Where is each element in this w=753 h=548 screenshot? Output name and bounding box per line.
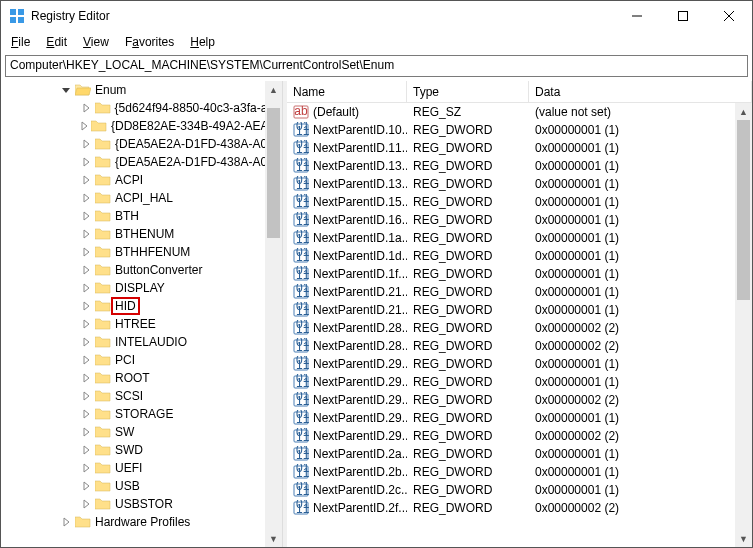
value-row[interactable]: 011110NextParentID.1a...REG_DWORD0x00000… bbox=[287, 229, 752, 247]
expand-icon[interactable] bbox=[79, 245, 93, 259]
tree-item[interactable]: STORAGE bbox=[1, 405, 276, 423]
expand-icon[interactable] bbox=[79, 173, 93, 187]
tree-item-hardware-profiles[interactable]: Hardware Profiles bbox=[1, 513, 276, 531]
expand-icon[interactable] bbox=[59, 515, 73, 529]
value-row[interactable]: 011110NextParentID.28...REG_DWORD0x00000… bbox=[287, 337, 752, 355]
expand-icon[interactable] bbox=[59, 83, 73, 97]
expand-icon[interactable] bbox=[79, 137, 93, 151]
tree-item-enum[interactable]: Enum bbox=[1, 81, 276, 99]
tree-item[interactable]: {DD8E82AE-334B-49A2-AEAB bbox=[1, 117, 276, 135]
tree-item[interactable]: UEFI bbox=[1, 459, 276, 477]
tree-item-label: PCI bbox=[113, 353, 137, 367]
value-row[interactable]: 011110NextParentID.13...REG_DWORD0x00000… bbox=[287, 157, 752, 175]
expand-icon[interactable] bbox=[79, 101, 93, 115]
scroll-down-icon[interactable]: ▼ bbox=[735, 530, 752, 547]
value-row[interactable]: 011110NextParentID.16...REG_DWORD0x00000… bbox=[287, 211, 752, 229]
value-row[interactable]: 011110NextParentID.28...REG_DWORD0x00000… bbox=[287, 319, 752, 337]
tree-item-label: Enum bbox=[93, 83, 128, 97]
expand-icon[interactable] bbox=[79, 461, 93, 475]
values-list[interactable]: ab(Default)REG_SZ(value not set)011110Ne… bbox=[287, 103, 752, 517]
tree-item[interactable]: ROOT bbox=[1, 369, 276, 387]
value-row[interactable]: 011110NextParentID.11...REG_DWORD0x00000… bbox=[287, 139, 752, 157]
value-row[interactable]: 011110NextParentID.2b...REG_DWORD0x00000… bbox=[287, 463, 752, 481]
tree-item[interactable]: SW bbox=[1, 423, 276, 441]
expand-icon[interactable] bbox=[79, 281, 93, 295]
column-data[interactable]: Data bbox=[529, 81, 752, 102]
expand-icon[interactable] bbox=[79, 191, 93, 205]
value-row[interactable]: 011110NextParentID.29...REG_DWORD0x00000… bbox=[287, 391, 752, 409]
value-data: 0x00000001 (1) bbox=[529, 285, 752, 299]
folder-icon bbox=[75, 515, 91, 529]
expand-icon[interactable] bbox=[79, 335, 93, 349]
value-row[interactable]: 011110NextParentID.29...REG_DWORD0x00000… bbox=[287, 409, 752, 427]
scrollbar-thumb[interactable] bbox=[737, 120, 750, 300]
tree-item[interactable]: {5d624f94-8850-40c3-a3fa-a4 bbox=[1, 99, 276, 117]
registry-tree[interactable]: Enum{5d624f94-8850-40c3-a3fa-a4{DD8E82AE… bbox=[1, 81, 276, 531]
value-row[interactable]: 011110NextParentID.29...REG_DWORD0x00000… bbox=[287, 427, 752, 445]
scrollbar-thumb[interactable] bbox=[267, 108, 280, 238]
value-row[interactable]: 011110NextParentID.1d...REG_DWORD0x00000… bbox=[287, 247, 752, 265]
expand-icon[interactable] bbox=[79, 389, 93, 403]
value-row[interactable]: 011110NextParentID.2a...REG_DWORD0x00000… bbox=[287, 445, 752, 463]
tree-item[interactable]: INTELAUDIO bbox=[1, 333, 276, 351]
list-scrollbar[interactable]: ▲ ▼ bbox=[735, 103, 752, 547]
value-row[interactable]: 011110NextParentID.29...REG_DWORD0x00000… bbox=[287, 355, 752, 373]
expand-icon[interactable] bbox=[79, 497, 93, 511]
expand-icon[interactable] bbox=[79, 155, 93, 169]
tree-item[interactable]: ACPI bbox=[1, 171, 276, 189]
expand-icon[interactable] bbox=[79, 353, 93, 367]
value-row[interactable]: 011110NextParentID.29...REG_DWORD0x00000… bbox=[287, 373, 752, 391]
expand-icon[interactable] bbox=[79, 227, 93, 241]
column-name[interactable]: Name bbox=[287, 81, 407, 102]
value-row[interactable]: 011110NextParentID.21...REG_DWORD0x00000… bbox=[287, 301, 752, 319]
maximize-button[interactable] bbox=[660, 1, 706, 31]
value-row[interactable]: 011110NextParentID.10...REG_DWORD0x00000… bbox=[287, 121, 752, 139]
menu-favorites[interactable]: Favorites bbox=[119, 33, 180, 51]
tree-item[interactable]: {DEA5AE2A-D1FD-438A-A09 bbox=[1, 135, 276, 153]
minimize-button[interactable] bbox=[614, 1, 660, 31]
expand-icon[interactable] bbox=[79, 407, 93, 421]
tree-item[interactable]: BTHENUM bbox=[1, 225, 276, 243]
close-button[interactable] bbox=[706, 1, 752, 31]
tree-item[interactable]: ACPI_HAL bbox=[1, 189, 276, 207]
menu-help[interactable]: Help bbox=[184, 33, 221, 51]
value-row[interactable]: ab(Default)REG_SZ(value not set) bbox=[287, 103, 752, 121]
expand-icon[interactable] bbox=[79, 443, 93, 457]
tree-item[interactable]: USB bbox=[1, 477, 276, 495]
expand-icon[interactable] bbox=[79, 317, 93, 331]
tree-item[interactable]: SCSI bbox=[1, 387, 276, 405]
tree-item[interactable]: ButtonConverter bbox=[1, 261, 276, 279]
value-row[interactable]: 011110NextParentID.15...REG_DWORD0x00000… bbox=[287, 193, 752, 211]
value-row[interactable]: 011110NextParentID.21...REG_DWORD0x00000… bbox=[287, 283, 752, 301]
value-row[interactable]: 011110NextParentID.1f...REG_DWORD0x00000… bbox=[287, 265, 752, 283]
value-row[interactable]: 011110NextParentID.13...REG_DWORD0x00000… bbox=[287, 175, 752, 193]
tree-item[interactable]: SWD bbox=[1, 441, 276, 459]
expand-icon[interactable] bbox=[79, 479, 93, 493]
tree-item[interactable]: DISPLAY bbox=[1, 279, 276, 297]
expand-icon[interactable] bbox=[79, 263, 93, 277]
scroll-up-icon[interactable]: ▲ bbox=[735, 103, 752, 120]
tree-item[interactable]: BTHHFENUM bbox=[1, 243, 276, 261]
tree-item[interactable]: BTH bbox=[1, 207, 276, 225]
value-row[interactable]: 011110NextParentID.2c...REG_DWORD0x00000… bbox=[287, 481, 752, 499]
expand-icon[interactable] bbox=[79, 119, 89, 133]
menu-edit[interactable]: Edit bbox=[40, 33, 73, 51]
expand-icon[interactable] bbox=[79, 209, 93, 223]
column-type[interactable]: Type bbox=[407, 81, 529, 102]
expand-icon[interactable] bbox=[79, 299, 93, 313]
tree-item[interactable]: HID bbox=[1, 297, 276, 315]
tree-item[interactable]: HTREE bbox=[1, 315, 276, 333]
scroll-up-icon[interactable]: ▲ bbox=[265, 81, 282, 98]
expand-icon[interactable] bbox=[79, 425, 93, 439]
menu-view[interactable]: View bbox=[77, 33, 115, 51]
tree-item[interactable]: PCI bbox=[1, 351, 276, 369]
scroll-down-icon[interactable]: ▼ bbox=[265, 530, 282, 547]
value-row[interactable]: 011110NextParentID.2f...REG_DWORD0x00000… bbox=[287, 499, 752, 517]
address-bar[interactable]: Computer\HKEY_LOCAL_MACHINE\SYSTEM\Curre… bbox=[5, 55, 748, 77]
tree-scrollbar[interactable]: ▲ ▼ bbox=[265, 81, 282, 547]
tree-item[interactable]: USBSTOR bbox=[1, 495, 276, 513]
value-name: NextParentID.21... bbox=[313, 285, 407, 299]
expand-icon[interactable] bbox=[79, 371, 93, 385]
menu-file[interactable]: File bbox=[5, 33, 36, 51]
tree-item[interactable]: {DEA5AE2A-D1FD-438A-A09 bbox=[1, 153, 276, 171]
